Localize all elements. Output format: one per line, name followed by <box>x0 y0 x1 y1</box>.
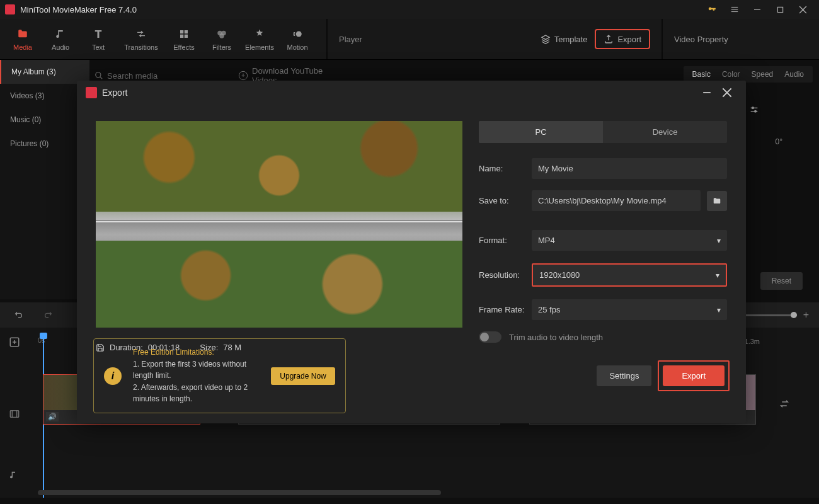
saveto-label: Save to: <box>479 196 525 205</box>
export-button-toolbar[interactable]: Export <box>595 29 650 49</box>
video-property-label: Video Property <box>662 19 819 59</box>
search-input[interactable] <box>107 71 213 81</box>
title-bar: MiniTool MovieMaker Free 7.4.0 <box>0 0 819 19</box>
limitation-line: 1. Export the first 3 videos without len… <box>133 358 260 382</box>
info-icon: i <box>104 367 122 385</box>
tool-filters[interactable]: Filters <box>203 19 241 59</box>
tab-speed[interactable]: Speed <box>752 70 774 79</box>
tool-media[interactable]: Media <box>4 19 42 59</box>
svg-rect-8 <box>185 30 188 33</box>
minimize-button[interactable] <box>746 0 769 19</box>
tab-pc[interactable]: PC <box>479 121 603 143</box>
timeline-scrollbar[interactable] <box>38 490 441 495</box>
svg-rect-10 <box>185 35 188 38</box>
template-button[interactable]: Template <box>533 29 595 49</box>
tab-basic[interactable]: Basic <box>692 70 711 79</box>
tool-audio[interactable]: Audio <box>42 19 79 59</box>
motion-icon <box>292 27 303 41</box>
video-track-icon[interactable] <box>9 408 37 420</box>
clip-audio-icon: 🔊 <box>46 412 59 421</box>
rotation-value: 0° <box>776 137 782 146</box>
main-toolbar: Media Audio Text Transitions Effects <box>0 19 819 60</box>
svg-rect-25 <box>10 411 19 418</box>
export-confirm-button[interactable]: Export <box>663 365 724 386</box>
sidebar-item-album[interactable]: My Album (3) <box>0 60 89 84</box>
resolution-select[interactable]: 1920x1080 ▾ <box>532 263 727 287</box>
tool-transitions[interactable]: Transitions <box>117 19 165 59</box>
tool-text[interactable]: Text <box>79 19 117 59</box>
text-icon <box>93 27 104 41</box>
zoom-in-icon[interactable]: + <box>803 309 809 321</box>
video-preview <box>96 121 462 328</box>
settings-button[interactable]: Settings <box>597 365 651 386</box>
time-mark-end: 1.3m <box>745 338 760 345</box>
browse-button[interactable] <box>707 191 727 211</box>
app-logo-icon <box>5 4 15 14</box>
saveto-input[interactable] <box>532 190 701 211</box>
audio-track-icon[interactable] <box>9 470 37 480</box>
export-dialog: Export Duration: 00:01:18 Size: 78 M <box>77 81 746 423</box>
library-sidebar: My Album (3) Videos (3) Music (0) Pictur… <box>0 60 89 299</box>
add-track-icon[interactable] <box>9 336 37 348</box>
svg-point-13 <box>219 33 224 38</box>
chevron-down-icon: ▾ <box>717 236 721 245</box>
svg-point-21 <box>755 110 757 112</box>
target-segment: PC Device <box>479 121 727 143</box>
sidebar-item-videos[interactable]: Videos (3) <box>0 84 89 108</box>
sidebar-item-music[interactable]: Music (0) <box>0 108 89 132</box>
music-note-icon <box>55 27 66 41</box>
key-icon[interactable] <box>701 0 723 19</box>
svg-rect-7 <box>180 30 183 33</box>
fps-select[interactable]: 25 fps ▾ <box>532 299 727 320</box>
elements-icon <box>254 27 265 41</box>
svg-point-14 <box>296 32 302 37</box>
upgrade-button[interactable]: Upgrade Now <box>271 367 335 385</box>
swap-icon[interactable] <box>779 398 790 410</box>
player-label: Player <box>339 35 533 44</box>
fps-label: Frame Rate: <box>479 305 525 314</box>
zoom-slider[interactable] <box>744 314 797 316</box>
tab-device[interactable]: Device <box>603 121 727 143</box>
search-icon <box>94 71 103 80</box>
menu-icon[interactable] <box>723 0 746 19</box>
chevron-down-icon: ▾ <box>717 306 721 314</box>
name-input[interactable] <box>532 158 727 179</box>
app-logo-icon <box>86 87 97 98</box>
sidebar-item-pictures[interactable]: Pictures (0) <box>0 132 89 156</box>
svg-rect-9 <box>180 35 183 38</box>
svg-line-16 <box>100 77 103 79</box>
name-label: Name: <box>479 164 525 173</box>
free-limitations-notice: i Free Edition Limitations: 1. Export th… <box>93 338 346 413</box>
dialog-close-button[interactable] <box>717 83 737 103</box>
maximize-button[interactable] <box>769 0 791 19</box>
upload-icon <box>604 34 614 44</box>
adjust-icon[interactable] <box>749 105 759 115</box>
format-label: Format: <box>479 236 525 245</box>
reset-button[interactable]: Reset <box>760 272 803 290</box>
format-select[interactable]: MP4 ▾ <box>532 230 727 251</box>
svg-rect-4 <box>777 7 782 12</box>
resolution-label: Resolution: <box>479 270 525 280</box>
transitions-icon <box>135 27 147 41</box>
dialog-minimize-button[interactable] <box>697 83 717 103</box>
app-title: MiniTool MovieMaker Free 7.4.0 <box>20 5 701 14</box>
layers-icon <box>541 34 551 44</box>
svg-point-20 <box>752 107 754 109</box>
limitation-line: 2. Afterwards, export video up to 2 minu… <box>133 382 260 405</box>
svg-point-15 <box>96 72 101 77</box>
limitations-heading: Free Edition Limitations: <box>133 346 260 358</box>
folder-icon <box>712 197 722 205</box>
undo-icon[interactable] <box>13 310 24 320</box>
tool-elements[interactable]: Elements <box>241 19 278 59</box>
redo-icon[interactable] <box>43 310 54 320</box>
tab-audio[interactable]: Audio <box>784 70 804 79</box>
tab-color[interactable]: Color <box>722 70 740 79</box>
export-button-highlight: Export <box>658 360 730 391</box>
tool-effects[interactable]: Effects <box>165 19 203 59</box>
effects-icon <box>178 27 190 41</box>
filters-icon <box>216 27 227 41</box>
dialog-title: Export <box>102 88 697 98</box>
tool-motion[interactable]: Motion <box>278 19 316 59</box>
close-button[interactable] <box>791 0 814 19</box>
download-icon <box>238 71 248 81</box>
